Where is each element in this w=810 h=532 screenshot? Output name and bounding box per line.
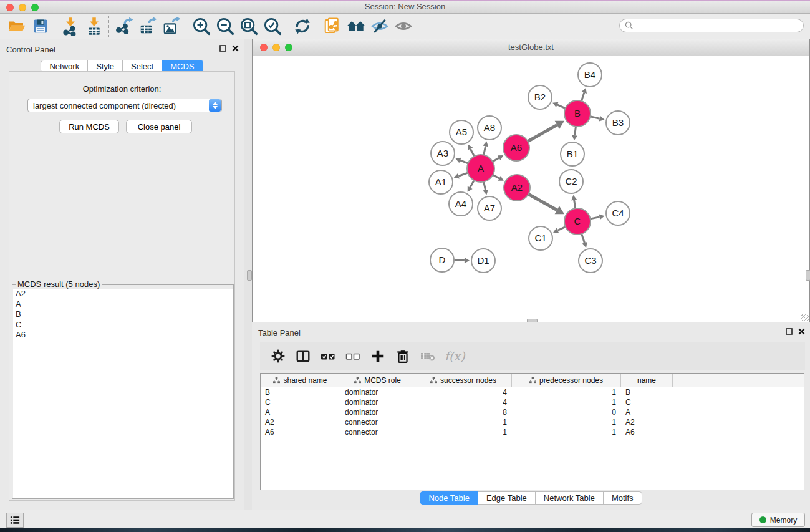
save-session-icon[interactable]: [29, 16, 52, 37]
zoom-out-icon[interactable]: [213, 16, 237, 37]
graph-node-B2[interactable]: B2: [528, 85, 552, 109]
cell[interactable]: A: [621, 407, 673, 417]
graph-node-B[interactable]: B: [564, 100, 591, 127]
close-panel-icon[interactable]: [798, 328, 805, 335]
first-neighbors-icon[interactable]: [344, 16, 368, 37]
cell[interactable]: 8: [415, 407, 512, 417]
graph-edge-A6-B[interactable]: [528, 121, 564, 142]
delete-table-icon[interactable]: [420, 348, 436, 364]
graph-edge-A-A1[interactable]: [454, 173, 468, 178]
cell[interactable]: A6: [261, 427, 340, 437]
graph-edge-B-B3[interactable]: [590, 116, 604, 122]
graph-edge-A-A5[interactable]: [468, 144, 474, 156]
search-field[interactable]: [619, 19, 804, 32]
float-panel-icon[interactable]: [219, 45, 226, 52]
cell[interactable]: dominator: [340, 407, 415, 417]
graph-node-A8[interactable]: A8: [478, 116, 501, 140]
column-header-name[interactable]: name: [621, 374, 673, 387]
graph-edge-A-A6[interactable]: [493, 155, 503, 162]
cell[interactable]: 0: [512, 407, 621, 417]
graph-edge-C-C1[interactable]: [553, 227, 566, 233]
close-panel-button[interactable]: Close panel: [126, 120, 192, 133]
network-graph-canvas[interactable]: AA1A2A3A4A5A6A7A8BB1B2B3B4CC1C2C3C4DD1: [253, 56, 809, 322]
settings-icon[interactable]: [270, 348, 286, 364]
refresh-icon[interactable]: [291, 16, 314, 37]
cell[interactable]: connector: [340, 417, 415, 427]
graph-edge-A-A7[interactable]: [483, 181, 488, 195]
graph-edge-C-C3[interactable]: [582, 234, 587, 248]
table-row-C[interactable]: Cdominator41C: [261, 397, 804, 407]
graph-edge-B-B4[interactable]: [581, 88, 587, 101]
table-row-A[interactable]: Adominator80A: [261, 407, 804, 417]
cell[interactable]: 1: [415, 427, 512, 437]
cell[interactable]: A2: [261, 417, 340, 427]
split-divider-handle[interactable]: [247, 270, 252, 281]
import-network-icon[interactable]: [59, 16, 82, 37]
cell[interactable]: A: [261, 407, 340, 417]
graph-node-A2[interactable]: A2: [504, 175, 530, 201]
column-header-successor-nodes[interactable]: successor nodes: [415, 374, 512, 387]
delete-column-icon[interactable]: [395, 348, 411, 364]
graph-node-A6[interactable]: A6: [503, 135, 529, 161]
cell[interactable]: C: [261, 397, 340, 407]
resize-grip[interactable]: [801, 314, 809, 321]
zoom-in-icon[interactable]: [190, 16, 213, 37]
graph-edge-C-C2[interactable]: [571, 195, 577, 209]
show-columns-icon[interactable]: [295, 348, 311, 364]
graph-edge-A-A2[interactable]: [493, 175, 503, 180]
zoom-selected-icon[interactable]: [261, 16, 284, 37]
new-network-from-selection-icon[interactable]: [321, 16, 344, 37]
cell[interactable]: dominator: [340, 387, 415, 397]
cell[interactable]: 4: [415, 387, 512, 397]
graph-node-A1[interactable]: A1: [429, 170, 453, 194]
cell[interactable]: B: [261, 387, 340, 397]
cell[interactable]: A2: [621, 417, 673, 427]
graph-node-C3[interactable]: C3: [579, 249, 602, 273]
cell[interactable]: 1: [512, 397, 621, 407]
search-input[interactable]: [636, 21, 803, 31]
export-network-icon[interactable]: [112, 16, 136, 37]
column-header-predecessor-nodes[interactable]: predecessor nodes: [512, 374, 621, 387]
graph-node-C1[interactable]: C1: [529, 226, 552, 250]
table-row-B[interactable]: Bdominator41B: [261, 387, 804, 397]
run-mcds-button[interactable]: Run MCDS: [59, 120, 119, 133]
export-table-icon[interactable]: [136, 16, 160, 37]
cell[interactable]: dominator: [340, 397, 415, 407]
graph-node-B3[interactable]: B3: [606, 111, 630, 135]
show-all-icon[interactable]: [392, 16, 415, 37]
cell[interactable]: C: [621, 397, 673, 407]
zoom-fit-icon[interactable]: [237, 16, 261, 37]
tab-network-table[interactable]: Network Table: [536, 491, 604, 505]
graph-node-B4[interactable]: B4: [578, 63, 602, 87]
graph-edge-C-C4[interactable]: [591, 214, 605, 220]
table-row-A2[interactable]: A2connector11A2: [261, 417, 804, 427]
cell[interactable]: 1: [512, 387, 621, 397]
open-session-icon[interactable]: [5, 16, 29, 37]
graph-node-A5[interactable]: A5: [450, 120, 473, 144]
split-divider-handle[interactable]: [806, 270, 810, 281]
graph-node-D[interactable]: D: [430, 248, 454, 272]
tab-node-table[interactable]: Node Table: [420, 491, 478, 505]
graph-node-D1[interactable]: D1: [471, 249, 495, 273]
cell[interactable]: connector: [340, 427, 415, 437]
cell[interactable]: 1: [512, 417, 621, 427]
close-panel-icon[interactable]: [232, 45, 239, 52]
graph-node-C2[interactable]: C2: [559, 170, 583, 193]
hide-selected-icon[interactable]: [368, 16, 392, 37]
criterion-dropdown[interactable]: largest connected component (directed): [27, 99, 222, 112]
result-scrollbar[interactable]: [223, 289, 233, 498]
memory-button[interactable]: Memory: [751, 513, 805, 527]
task-history-button[interactable]: [6, 513, 24, 528]
graph-node-A4[interactable]: A4: [449, 192, 473, 216]
export-image-icon[interactable]: [160, 16, 183, 37]
tab-edge-table[interactable]: Edge Table: [478, 491, 536, 505]
graph-edge-B-B2[interactable]: [552, 102, 566, 109]
import-table-icon[interactable]: [82, 16, 106, 37]
graph-node-A7[interactable]: A7: [478, 196, 501, 220]
select-all-columns-icon[interactable]: [320, 348, 336, 364]
column-header-shared-name[interactable]: shared name: [261, 374, 340, 387]
graph-node-C[interactable]: C: [564, 208, 591, 235]
cell[interactable]: 4: [415, 397, 512, 407]
cell[interactable]: 1: [512, 427, 621, 437]
network-window-titlebar[interactable]: testGlobe.txt: [253, 39, 809, 56]
